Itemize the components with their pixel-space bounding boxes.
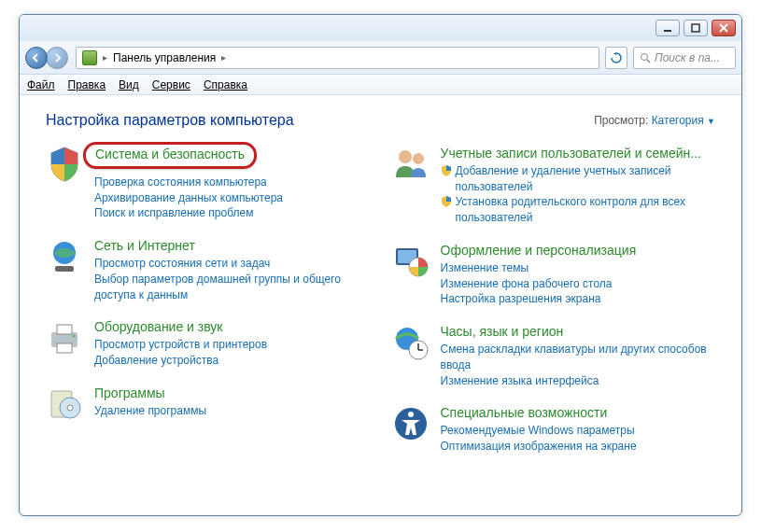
link-change-background[interactable]: Изменение фона рабочего стола (441, 276, 716, 292)
category-title-network[interactable]: Сеть и Интернет (94, 238, 370, 254)
page-title: Настройка параметров компьютера (46, 112, 294, 129)
close-button[interactable] (712, 20, 736, 36)
menu-file[interactable]: Файл (27, 78, 55, 91)
svg-rect-7 (55, 266, 74, 272)
user-accounts-icon (392, 146, 430, 183)
svg-point-14 (67, 405, 73, 411)
chevron-down-icon: ▼ (707, 117, 715, 126)
link-homegroup[interactable]: Выбор параметров домашней группы и общег… (94, 272, 370, 303)
link-devices-printers[interactable]: Просмотр устройств и принтеров (94, 337, 370, 353)
breadcrumb-root[interactable]: Панель управления (113, 51, 216, 64)
appearance-icon (392, 243, 430, 280)
nav-back-forward[interactable] (25, 45, 70, 71)
svg-point-11 (73, 335, 76, 338)
viewby-dropdown[interactable]: Категория ▼ (652, 114, 715, 127)
menu-view[interactable]: Вид (119, 78, 139, 91)
ease-of-access-icon (392, 405, 430, 442)
category-title-system[interactable]: Система и безопасность (95, 147, 245, 162)
menubar: Файл Правка Вид Сервис Справка (20, 75, 741, 95)
nav-toolbar: ▸ Панель управления ▸ Поиск в па... (20, 41, 741, 75)
uac-shield-icon (441, 165, 452, 176)
link-troubleshoot[interactable]: Поиск и исправление проблем (94, 205, 370, 221)
link-system-status[interactable]: Проверка состояния компьютера (94, 175, 370, 190)
content-header: Настройка параметров компьютера Просмотр… (46, 112, 715, 129)
link-uninstall[interactable]: Удаление программы (94, 403, 370, 419)
breadcrumb-sep-icon: ▸ (221, 52, 226, 63)
address-bar[interactable]: ▸ Панель управления ▸ (76, 47, 599, 69)
cd-box-icon (46, 385, 83, 423)
search-input[interactable]: Поиск в па... (633, 47, 736, 69)
link-optimize-display[interactable]: Оптимизация изображения на экране (441, 439, 716, 455)
maximize-button[interactable] (683, 20, 708, 36)
link-change-theme[interactable]: Изменение темы (441, 260, 716, 276)
titlebar (20, 15, 741, 41)
category-system-security: Система и безопасность Проверка состояни… (46, 146, 370, 221)
category-hardware: Оборудование и звук Просмотр устройств и… (46, 319, 370, 368)
minimize-button[interactable] (655, 20, 680, 36)
category-programs: Программы Удаление программы (46, 385, 370, 423)
search-placeholder: Поиск в па... (655, 51, 720, 64)
svg-rect-9 (57, 325, 72, 334)
refresh-button[interactable] (605, 47, 627, 69)
category-title-ease[interactable]: Специальные возможности (441, 405, 716, 421)
svg-point-16 (413, 153, 424, 164)
link-keyboard-layout[interactable]: Смена раскладки клавиатуры или других сп… (441, 342, 716, 373)
svg-rect-1 (692, 24, 699, 32)
link-backup[interactable]: Архивирование данных компьютера (94, 190, 370, 206)
svg-line-5 (647, 60, 650, 63)
link-parental-controls[interactable]: Установка родительского контроля для все… (456, 194, 716, 226)
category-title-programs[interactable]: Программы (94, 385, 370, 401)
highlight-annotation: Система и безопасность (83, 142, 257, 169)
breadcrumb-sep-icon: ▸ (103, 52, 107, 63)
shield-icon (46, 146, 83, 183)
view-by: Просмотр: Категория ▼ (594, 114, 715, 127)
category-title-appearance[interactable]: Оформление и персонализация (441, 243, 716, 259)
menu-edit[interactable]: Правка (68, 78, 106, 91)
category-network: Сеть и Интернет Просмотр состояния сети … (46, 238, 370, 302)
uac-shield-icon (441, 196, 452, 207)
control-panel-icon (82, 50, 97, 65)
link-network-status[interactable]: Просмотр состояния сети и задач (94, 256, 370, 272)
menu-help[interactable]: Справка (204, 78, 247, 91)
link-screen-resolution[interactable]: Настройка разрешения экрана (441, 291, 716, 307)
category-ease-of-access: Специальные возможности Рекомендуемые Wi… (392, 405, 716, 454)
category-users: Учетные записи пользователей и семейн...… (392, 146, 716, 226)
svg-rect-10 (57, 343, 72, 353)
content-area: Настройка параметров компьютера Просмотр… (20, 95, 741, 515)
svg-point-25 (408, 412, 414, 417)
printer-icon (46, 319, 83, 357)
link-add-remove-accounts[interactable]: Добавление и удаление учетных записей по… (456, 163, 716, 195)
svg-point-15 (399, 150, 412, 163)
globe-network-icon (46, 238, 83, 275)
viewby-label: Просмотр: (594, 114, 648, 127)
category-clock: Часы, язык и регион Смена раскладки клав… (392, 324, 716, 388)
category-title-hardware[interactable]: Оборудование и звук (94, 319, 370, 335)
search-icon (640, 52, 651, 63)
menu-tools[interactable]: Сервис (152, 78, 190, 91)
category-title-clock[interactable]: Часы, язык и регион (441, 324, 716, 340)
left-column: Система и безопасность Проверка состояни… (46, 146, 370, 455)
link-windows-suggest[interactable]: Рекомендуемые Windows параметры (441, 423, 716, 439)
right-column: Учетные записи пользователей и семейн...… (392, 146, 716, 455)
category-columns: Система и безопасность Проверка состояни… (46, 146, 715, 455)
link-display-language[interactable]: Изменение языка интерфейса (441, 373, 716, 389)
category-appearance: Оформление и персонализация Изменение те… (392, 243, 716, 307)
svg-point-4 (641, 53, 648, 60)
link-add-device[interactable]: Добавление устройства (94, 353, 370, 369)
explorer-window: ▸ Панель управления ▸ Поиск в па... Файл… (19, 14, 742, 516)
category-title-users[interactable]: Учетные записи пользователей и семейн... (441, 146, 716, 161)
clock-globe-icon (392, 324, 430, 361)
